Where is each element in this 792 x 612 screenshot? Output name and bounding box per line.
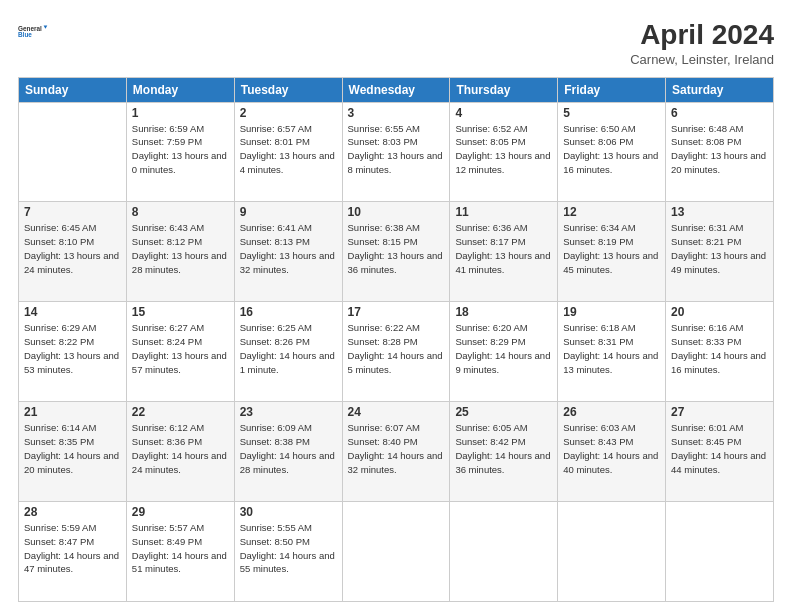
day-number: 20 (671, 305, 768, 319)
logo-icon: GeneralBlue (18, 18, 50, 46)
day-number: 15 (132, 305, 229, 319)
day-info: Sunrise: 6:20 AM Sunset: 8:29 PM Dayligh… (455, 321, 552, 376)
day-cell: 21Sunrise: 6:14 AM Sunset: 8:35 PM Dayli… (19, 402, 127, 502)
day-number: 24 (348, 405, 445, 419)
day-number: 9 (240, 205, 337, 219)
week-row-3: 14Sunrise: 6:29 AM Sunset: 8:22 PM Dayli… (19, 302, 774, 402)
day-cell: 1Sunrise: 6:59 AM Sunset: 7:59 PM Daylig… (126, 102, 234, 202)
day-info: Sunrise: 6:34 AM Sunset: 8:19 PM Dayligh… (563, 221, 660, 276)
day-cell: 15Sunrise: 6:27 AM Sunset: 8:24 PM Dayli… (126, 302, 234, 402)
day-info: Sunrise: 6:05 AM Sunset: 8:42 PM Dayligh… (455, 421, 552, 476)
day-header-thursday: Thursday (450, 77, 558, 102)
day-number: 1 (132, 106, 229, 120)
day-info: Sunrise: 6:38 AM Sunset: 8:15 PM Dayligh… (348, 221, 445, 276)
day-cell: 24Sunrise: 6:07 AM Sunset: 8:40 PM Dayli… (342, 402, 450, 502)
day-number: 11 (455, 205, 552, 219)
day-number: 13 (671, 205, 768, 219)
day-cell: 27Sunrise: 6:01 AM Sunset: 8:45 PM Dayli… (666, 402, 774, 502)
day-cell (450, 502, 558, 602)
day-info: Sunrise: 6:57 AM Sunset: 8:01 PM Dayligh… (240, 122, 337, 177)
day-number: 19 (563, 305, 660, 319)
day-info: Sunrise: 6:07 AM Sunset: 8:40 PM Dayligh… (348, 421, 445, 476)
day-number: 5 (563, 106, 660, 120)
day-number: 12 (563, 205, 660, 219)
logo: GeneralBlue (18, 18, 50, 46)
day-number: 22 (132, 405, 229, 419)
day-cell: 26Sunrise: 6:03 AM Sunset: 8:43 PM Dayli… (558, 402, 666, 502)
header: GeneralBlue April 2024 Carnew, Leinster,… (18, 18, 774, 67)
day-number: 29 (132, 505, 229, 519)
day-info: Sunrise: 6:18 AM Sunset: 8:31 PM Dayligh… (563, 321, 660, 376)
day-info: Sunrise: 6:45 AM Sunset: 8:10 PM Dayligh… (24, 221, 121, 276)
day-number: 17 (348, 305, 445, 319)
day-cell: 8Sunrise: 6:43 AM Sunset: 8:12 PM Daylig… (126, 202, 234, 302)
day-cell: 4Sunrise: 6:52 AM Sunset: 8:05 PM Daylig… (450, 102, 558, 202)
day-info: Sunrise: 6:01 AM Sunset: 8:45 PM Dayligh… (671, 421, 768, 476)
week-row-1: 1Sunrise: 6:59 AM Sunset: 7:59 PM Daylig… (19, 102, 774, 202)
week-row-2: 7Sunrise: 6:45 AM Sunset: 8:10 PM Daylig… (19, 202, 774, 302)
day-info: Sunrise: 5:59 AM Sunset: 8:47 PM Dayligh… (24, 521, 121, 576)
day-number: 30 (240, 505, 337, 519)
day-header-monday: Monday (126, 77, 234, 102)
day-info: Sunrise: 6:59 AM Sunset: 7:59 PM Dayligh… (132, 122, 229, 177)
day-cell: 16Sunrise: 6:25 AM Sunset: 8:26 PM Dayli… (234, 302, 342, 402)
day-number: 28 (24, 505, 121, 519)
day-info: Sunrise: 6:50 AM Sunset: 8:06 PM Dayligh… (563, 122, 660, 177)
day-info: Sunrise: 6:41 AM Sunset: 8:13 PM Dayligh… (240, 221, 337, 276)
day-cell: 17Sunrise: 6:22 AM Sunset: 8:28 PM Dayli… (342, 302, 450, 402)
day-header-wednesday: Wednesday (342, 77, 450, 102)
day-cell: 20Sunrise: 6:16 AM Sunset: 8:33 PM Dayli… (666, 302, 774, 402)
day-info: Sunrise: 6:43 AM Sunset: 8:12 PM Dayligh… (132, 221, 229, 276)
day-number: 8 (132, 205, 229, 219)
day-cell: 23Sunrise: 6:09 AM Sunset: 8:38 PM Dayli… (234, 402, 342, 502)
day-cell: 6Sunrise: 6:48 AM Sunset: 8:08 PM Daylig… (666, 102, 774, 202)
day-number: 3 (348, 106, 445, 120)
day-number: 2 (240, 106, 337, 120)
day-info: Sunrise: 6:03 AM Sunset: 8:43 PM Dayligh… (563, 421, 660, 476)
day-number: 25 (455, 405, 552, 419)
day-cell: 7Sunrise: 6:45 AM Sunset: 8:10 PM Daylig… (19, 202, 127, 302)
day-info: Sunrise: 6:36 AM Sunset: 8:17 PM Dayligh… (455, 221, 552, 276)
day-info: Sunrise: 6:25 AM Sunset: 8:26 PM Dayligh… (240, 321, 337, 376)
day-number: 26 (563, 405, 660, 419)
day-number: 21 (24, 405, 121, 419)
day-number: 27 (671, 405, 768, 419)
day-cell (19, 102, 127, 202)
day-info: Sunrise: 6:52 AM Sunset: 8:05 PM Dayligh… (455, 122, 552, 177)
day-cell (666, 502, 774, 602)
day-number: 23 (240, 405, 337, 419)
month-title: April 2024 (630, 18, 774, 52)
day-info: Sunrise: 6:09 AM Sunset: 8:38 PM Dayligh… (240, 421, 337, 476)
day-number: 7 (24, 205, 121, 219)
day-info: Sunrise: 6:48 AM Sunset: 8:08 PM Dayligh… (671, 122, 768, 177)
day-header-sunday: Sunday (19, 77, 127, 102)
day-cell (558, 502, 666, 602)
header-row: SundayMondayTuesdayWednesdayThursdayFrid… (19, 77, 774, 102)
day-cell: 2Sunrise: 6:57 AM Sunset: 8:01 PM Daylig… (234, 102, 342, 202)
week-row-5: 28Sunrise: 5:59 AM Sunset: 8:47 PM Dayli… (19, 502, 774, 602)
day-cell: 5Sunrise: 6:50 AM Sunset: 8:06 PM Daylig… (558, 102, 666, 202)
title-block: April 2024 Carnew, Leinster, Ireland (630, 18, 774, 67)
day-cell: 13Sunrise: 6:31 AM Sunset: 8:21 PM Dayli… (666, 202, 774, 302)
day-number: 16 (240, 305, 337, 319)
day-cell: 9Sunrise: 6:41 AM Sunset: 8:13 PM Daylig… (234, 202, 342, 302)
day-cell: 30Sunrise: 5:55 AM Sunset: 8:50 PM Dayli… (234, 502, 342, 602)
svg-text:Blue: Blue (18, 31, 32, 38)
day-number: 6 (671, 106, 768, 120)
day-info: Sunrise: 6:22 AM Sunset: 8:28 PM Dayligh… (348, 321, 445, 376)
week-row-4: 21Sunrise: 6:14 AM Sunset: 8:35 PM Dayli… (19, 402, 774, 502)
calendar-table: SundayMondayTuesdayWednesdayThursdayFrid… (18, 77, 774, 602)
day-header-friday: Friday (558, 77, 666, 102)
location: Carnew, Leinster, Ireland (630, 52, 774, 67)
day-number: 14 (24, 305, 121, 319)
day-info: Sunrise: 6:12 AM Sunset: 8:36 PM Dayligh… (132, 421, 229, 476)
day-cell: 18Sunrise: 6:20 AM Sunset: 8:29 PM Dayli… (450, 302, 558, 402)
day-number: 18 (455, 305, 552, 319)
day-cell: 29Sunrise: 5:57 AM Sunset: 8:49 PM Dayli… (126, 502, 234, 602)
day-cell: 14Sunrise: 6:29 AM Sunset: 8:22 PM Dayli… (19, 302, 127, 402)
day-info: Sunrise: 6:27 AM Sunset: 8:24 PM Dayligh… (132, 321, 229, 376)
svg-marker-2 (44, 26, 48, 29)
day-cell: 28Sunrise: 5:59 AM Sunset: 8:47 PM Dayli… (19, 502, 127, 602)
day-cell: 12Sunrise: 6:34 AM Sunset: 8:19 PM Dayli… (558, 202, 666, 302)
day-header-tuesday: Tuesday (234, 77, 342, 102)
